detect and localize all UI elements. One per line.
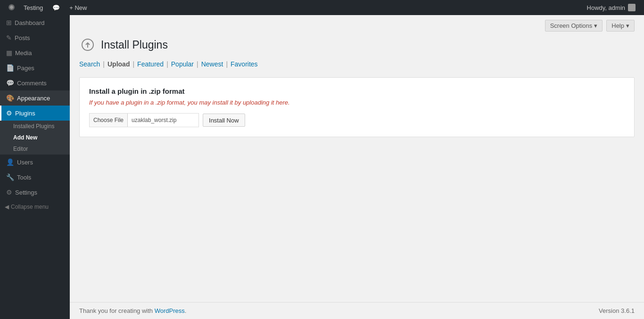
tab-newest[interactable]: Newest (201, 60, 223, 68)
footer-left: Thank you for creating with WordPress. (79, 307, 186, 314)
sidebar-item-comments[interactable]: 💬 Comments (0, 75, 70, 90)
upload-form: Choose File uzaklab_worst.zip Install No… (89, 113, 625, 127)
upload-description: If you have a plugin in a .zip format, y… (89, 99, 625, 106)
sidebar-item-dashboard[interactable]: ⊞ Dashboard (0, 15, 70, 30)
help-button[interactable]: Help ▾ (606, 20, 635, 32)
install-now-button[interactable]: Install Now (203, 114, 245, 127)
users-icon: 👤 (6, 158, 14, 166)
settings-icon: ⚙ (6, 188, 12, 196)
admin-bar: ✺ Testing 💬 + New Howdy, admin (0, 0, 644, 15)
posts-icon: ✎ (6, 34, 12, 41)
wp-logo[interactable]: ✺ (4, 0, 19, 15)
tab-search[interactable]: Search (79, 60, 100, 68)
sidebar-item-users[interactable]: 👤 Users (0, 155, 70, 170)
upload-section: Install a plugin in .zip format If you h… (79, 77, 635, 137)
sidebar-item-media[interactable]: ▦ Media (0, 45, 70, 60)
chevron-down-icon: ▾ (626, 22, 629, 29)
adminbar-right: Howdy, admin (582, 4, 640, 11)
sidebar-item-settings[interactable]: ⚙ Settings (0, 185, 70, 200)
adminbar-new[interactable]: + New (65, 0, 91, 15)
wordpress-link[interactable]: WordPress (155, 307, 185, 314)
page-header: Install Plugins (79, 36, 635, 53)
sidebar-item-appearance[interactable]: 🎨 Appearance (0, 90, 70, 106)
tab-popular[interactable]: Popular (171, 60, 194, 68)
page-title: Install Plugins (101, 39, 168, 51)
footer-version: Version 3.6.1 (599, 307, 635, 314)
pages-icon: 📄 (6, 64, 14, 72)
plugins-icon: ⚙ (6, 109, 12, 117)
tools-icon: 🔧 (6, 173, 14, 181)
top-buttons: Screen Options ▾ Help ▾ (79, 20, 635, 32)
screen-options-button[interactable]: Screen Options ▾ (545, 20, 603, 32)
avatar (628, 4, 636, 11)
sidebar-item-installed-plugins[interactable]: Installed Plugins (0, 121, 70, 132)
wp-wrap: ⊞ Dashboard ✎ Posts ▦ Media 📄 Pages 💬 Co… (0, 15, 644, 319)
file-name-display: uzaklab_worst.zip (128, 115, 198, 125)
main-content: Screen Options ▾ Help ▾ Install Pl (70, 15, 644, 319)
tab-featured[interactable]: Featured (137, 60, 164, 68)
adminbar-howdy[interactable]: Howdy, admin (582, 4, 640, 11)
nav-tabs: Search | Upload | Featured | Popular | N… (79, 60, 635, 68)
footer: Thank you for creating with WordPress. V… (70, 302, 644, 319)
upload-title: Install a plugin in .zip format (89, 87, 625, 95)
sidebar-item-tools[interactable]: 🔧 Tools (0, 170, 70, 185)
collapse-icon: ◀ (5, 204, 9, 210)
choose-file-button[interactable]: Choose File (90, 114, 128, 127)
sidebar-item-add-new[interactable]: Add New (0, 132, 70, 143)
appearance-icon: 🎨 (6, 94, 14, 102)
sidebar-item-plugins[interactable]: ⚙ Plugins (0, 106, 70, 121)
media-icon: ▦ (6, 49, 12, 57)
comment-icon: 💬 (52, 4, 60, 11)
sidebar-item-pages[interactable]: 📄 Pages (0, 60, 70, 75)
comments-icon: 💬 (6, 79, 14, 87)
tab-upload[interactable]: Upload (107, 60, 130, 68)
sidebar-item-editor[interactable]: Editor (0, 143, 70, 155)
file-input-wrapper: Choose File uzaklab_worst.zip (89, 113, 199, 127)
tab-favorites[interactable]: Favorites (231, 60, 258, 68)
content-area: Screen Options ▾ Help ▾ Install Pl (70, 15, 644, 302)
plugins-submenu: Installed Plugins Add New Editor (0, 121, 70, 155)
adminbar-site-name[interactable]: Testing (19, 0, 48, 15)
page-icon (79, 36, 96, 53)
dashboard-icon: ⊞ (6, 19, 12, 26)
sidebar-item-posts[interactable]: ✎ Posts (0, 30, 70, 45)
collapse-menu-button[interactable]: ◀ Collapse menu (0, 200, 70, 214)
chevron-down-icon: ▾ (594, 22, 597, 29)
adminbar-comments[interactable]: 💬 (48, 0, 65, 15)
sidebar: ⊞ Dashboard ✎ Posts ▦ Media 📄 Pages 💬 Co… (0, 15, 70, 319)
